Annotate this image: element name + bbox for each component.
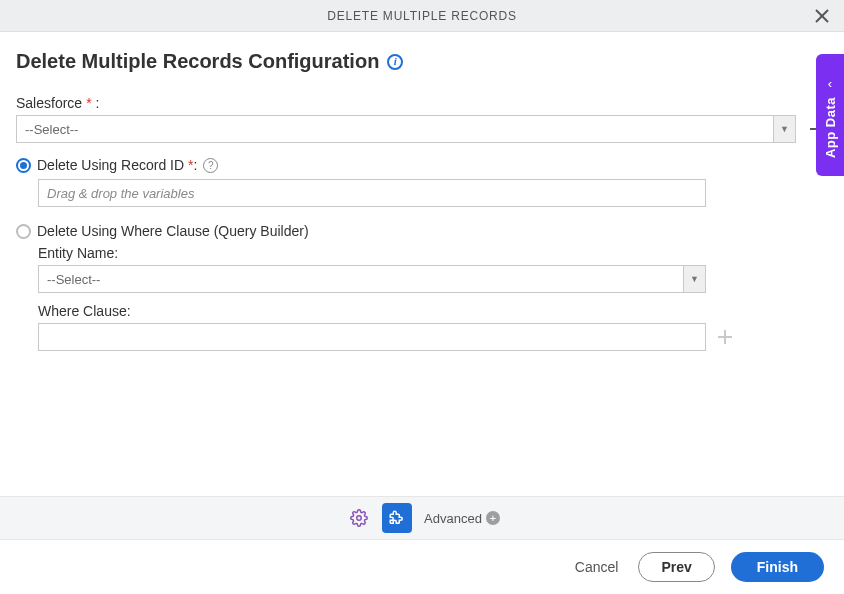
entity-name-label: Entity Name: (38, 245, 828, 261)
svg-point-6 (357, 516, 362, 521)
radio-record-id-label-text: Delete Using Record ID (37, 157, 184, 173)
chevron-down-icon: ▼ (773, 116, 795, 142)
dialog-body: Delete Multiple Records Configuration i … (0, 32, 844, 496)
label-colon: : (96, 95, 100, 111)
salesforce-select-value: --Select-- (17, 122, 773, 137)
record-id-drop-area[interactable]: Drag & drop the variables (38, 179, 706, 207)
app-data-drawer-tab[interactable]: ‹ App Data (816, 54, 844, 176)
info-icon[interactable]: i (387, 54, 403, 70)
radio-row-record-id: Delete Using Record ID *: ? (16, 157, 828, 173)
add-where-clause-button (714, 326, 736, 348)
salesforce-label: Salesforce *: (16, 95, 828, 111)
puzzle-icon (388, 509, 406, 527)
label-colon: : (193, 157, 197, 173)
radio-row-where-clause: Delete Using Where Clause (Query Builder… (16, 223, 828, 239)
page-heading-row: Delete Multiple Records Configuration i (16, 50, 828, 73)
footer-actions: Cancel Prev Finish (0, 540, 844, 594)
where-clause-section: Entity Name: --Select-- ▼ Where Clause: (38, 245, 828, 351)
entity-select-row: --Select-- ▼ (38, 265, 828, 293)
page-title: Delete Multiple Records Configuration (16, 50, 379, 73)
salesforce-label-text: Salesforce (16, 95, 82, 111)
cancel-button[interactable]: Cancel (571, 553, 623, 581)
footer-tabs: Advanced + (0, 496, 844, 540)
required-asterisk: * (86, 95, 91, 111)
advanced-label: Advanced (424, 511, 482, 526)
mapping-tab-button[interactable] (382, 503, 412, 533)
close-icon (815, 9, 829, 23)
salesforce-select-row: --Select-- ▼ (16, 115, 828, 143)
gear-icon (350, 509, 368, 527)
chevron-left-icon: ‹ (828, 76, 832, 91)
delete-multiple-records-dialog: DELETE MULTIPLE RECORDS Delete Multiple … (0, 0, 844, 594)
entity-select-value: --Select-- (39, 272, 683, 287)
finish-button[interactable]: Finish (731, 552, 824, 582)
where-clause-row (38, 323, 828, 351)
radio-record-id-label: Delete Using Record ID *: (37, 157, 197, 173)
entity-name-select[interactable]: --Select-- ▼ (38, 265, 706, 293)
radio-record-id[interactable] (16, 158, 31, 173)
where-clause-input[interactable] (38, 323, 706, 351)
app-data-label: App Data (823, 97, 838, 158)
radio-where-clause-label: Delete Using Where Clause (Query Builder… (37, 223, 309, 239)
advanced-toggle[interactable]: Advanced + (424, 511, 500, 526)
dialog-titlebar: DELETE MULTIPLE RECORDS (0, 0, 844, 32)
plus-circle-icon: + (486, 511, 500, 525)
settings-tab-button[interactable] (344, 503, 374, 533)
salesforce-select[interactable]: --Select-- ▼ (16, 115, 796, 143)
close-button[interactable] (810, 4, 834, 28)
radio-where-clause[interactable] (16, 224, 31, 239)
chevron-down-icon: ▼ (683, 266, 705, 292)
record-id-drop-placeholder: Drag & drop the variables (47, 186, 194, 201)
dialog-title: DELETE MULTIPLE RECORDS (327, 9, 517, 23)
plus-icon (717, 329, 733, 345)
help-icon[interactable]: ? (203, 158, 218, 173)
where-clause-label: Where Clause: (38, 303, 828, 319)
prev-button[interactable]: Prev (638, 552, 714, 582)
